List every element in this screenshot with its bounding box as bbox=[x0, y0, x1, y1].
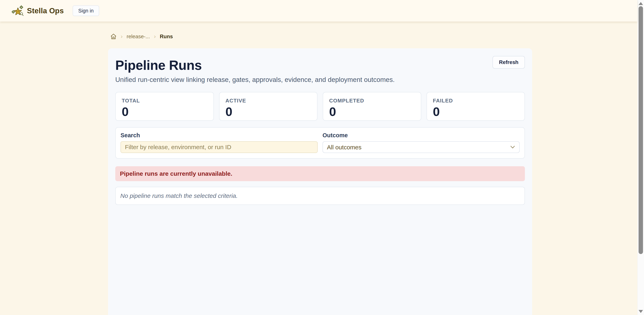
stat-card-completed: COMPLETED 0 bbox=[323, 92, 421, 121]
outcome-label: Outcome bbox=[322, 132, 520, 139]
scroll-up-icon[interactable] bbox=[638, 2, 643, 5]
pipeline-runs-panel: Pipeline Runs Unified run-centric view l… bbox=[108, 48, 532, 315]
home-icon bbox=[110, 33, 117, 40]
stat-card-failed: FAILED 0 bbox=[426, 92, 525, 121]
stat-value: 0 bbox=[226, 106, 311, 118]
stat-label: COMPLETED bbox=[329, 98, 415, 104]
chevron-right-icon: › bbox=[121, 33, 122, 40]
refresh-button[interactable]: Refresh bbox=[492, 56, 525, 69]
scrollbar-thumb[interactable] bbox=[638, 6, 643, 254]
breadcrumb: › release-... › Runs bbox=[110, 33, 173, 40]
outcome-field-group: Outcome All outcomes bbox=[322, 132, 520, 153]
stat-card-active: ACTIVE 0 bbox=[219, 92, 318, 121]
app-header: Stella Ops Sign in bbox=[0, 0, 637, 22]
page-subtitle: Unified run-centric view linking release… bbox=[115, 76, 395, 84]
outcome-select-wrap: All outcomes bbox=[322, 141, 520, 153]
magnifier-icon bbox=[20, 13, 23, 16]
stats-row: TOTAL 0 ACTIVE 0 COMPLETED 0 FAILED 0 bbox=[115, 92, 525, 121]
search-field-group: Search bbox=[120, 132, 318, 153]
panel-header: Pipeline Runs Unified run-centric view l… bbox=[115, 56, 525, 84]
search-label: Search bbox=[120, 132, 318, 139]
brand-title: Stella Ops bbox=[27, 7, 64, 15]
stat-label: TOTAL bbox=[122, 98, 208, 104]
app-viewport: Stella Ops Sign in › release-... › Runs bbox=[0, 0, 644, 315]
page-title: Pipeline Runs bbox=[115, 58, 395, 72]
brand: Stella Ops bbox=[11, 5, 64, 17]
page-background: › release-... › Runs Pipeline Runs Unifi… bbox=[0, 22, 637, 315]
error-banner: Pipeline runs are currently unavailable. bbox=[115, 166, 525, 181]
stat-label: ACTIVE bbox=[226, 98, 311, 104]
search-input[interactable] bbox=[120, 141, 318, 153]
vertical-scrollbar[interactable] bbox=[637, 0, 644, 315]
breadcrumb-item-runs: Runs bbox=[160, 34, 173, 40]
stat-card-total: TOTAL 0 bbox=[115, 92, 214, 121]
breadcrumb-item-release[interactable]: release-... bbox=[126, 34, 150, 40]
scroll-down-icon[interactable] bbox=[638, 310, 643, 313]
gear-icon bbox=[20, 5, 23, 9]
outcome-select[interactable]: All outcomes bbox=[322, 141, 520, 153]
stat-label: FAILED bbox=[433, 98, 519, 104]
stat-value: 0 bbox=[329, 106, 415, 118]
sign-in-button[interactable]: Sign in bbox=[73, 6, 99, 16]
chevron-right-icon: › bbox=[154, 33, 156, 40]
filters-card: Search Outcome All outcomes bbox=[115, 127, 525, 159]
star-logo-icon bbox=[11, 5, 24, 17]
stat-value: 0 bbox=[122, 106, 208, 118]
empty-state-message: No pipeline runs match the selected crit… bbox=[115, 187, 525, 205]
breadcrumb-home-link[interactable] bbox=[110, 33, 117, 40]
stat-value: 0 bbox=[433, 106, 519, 118]
panel-header-text: Pipeline Runs Unified run-centric view l… bbox=[115, 56, 395, 84]
